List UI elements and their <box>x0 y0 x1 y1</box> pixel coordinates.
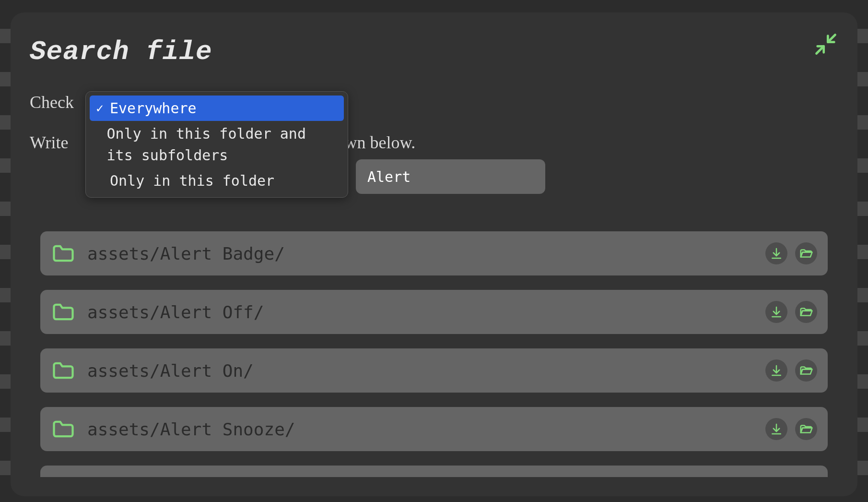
folder-open-icon <box>799 305 813 319</box>
modal-header: Search file <box>30 32 838 67</box>
dropdown-option-folder-subfolders[interactable]: Only in this folder and its subfolders <box>90 121 344 168</box>
folder-icon <box>51 241 76 266</box>
folder-icon <box>51 417 76 442</box>
result-row[interactable]: assets/Alert Snooze/ <box>40 407 828 451</box>
folder-open-icon <box>799 246 813 261</box>
dropdown-option-everywhere[interactable]: ✓ Everywhere <box>90 96 344 121</box>
open-folder-button[interactable] <box>795 242 817 264</box>
row-actions <box>765 418 817 440</box>
dropdown-option-folder-only[interactable]: Only in this folder <box>90 168 344 193</box>
results-list: assets/Alert Badge/ <box>40 231 828 496</box>
open-folder-button[interactable] <box>795 359 817 382</box>
folder-open-icon <box>799 363 813 378</box>
filename-instruction-prefix: Write <box>30 133 69 152</box>
scope-instruction-prefix: Check <box>30 93 74 112</box>
folder-icon <box>51 299 76 324</box>
row-actions <box>765 359 817 382</box>
download-button[interactable] <box>765 418 787 440</box>
folder-open-icon <box>799 422 813 436</box>
open-folder-button[interactable] <box>795 301 817 323</box>
dropdown-option-label: Everywhere <box>110 97 197 119</box>
search-input-wrap <box>356 159 545 194</box>
result-row[interactable]: assets/Alert Off/ <box>40 290 828 334</box>
result-row[interactable]: assets/Alert Badge/ <box>40 231 828 275</box>
result-path: assets/Alert Badge/ <box>87 244 765 263</box>
scope-dropdown[interactable]: ✓ Everywhere Only in this folder and its… <box>85 91 348 198</box>
result-path: assets/Alert On/ <box>87 361 765 381</box>
download-icon <box>769 305 784 319</box>
dropdown-option-label: Only in this folder <box>110 170 274 191</box>
result-row-partial[interactable] <box>40 466 828 477</box>
open-folder-button[interactable] <box>795 418 817 440</box>
row-actions <box>765 242 817 264</box>
download-icon <box>769 422 784 436</box>
download-button[interactable] <box>765 359 787 382</box>
dropdown-option-label: Only in this folder and its subfolders <box>107 123 339 166</box>
check-icon: ✓ <box>94 99 105 118</box>
minimize-icon[interactable] <box>813 32 838 57</box>
result-path: assets/Alert Off/ <box>87 302 765 322</box>
modal-title: Search file <box>30 36 212 67</box>
search-input[interactable] <box>356 159 545 194</box>
download-button[interactable] <box>765 242 787 264</box>
result-path: assets/Alert Snooze/ <box>87 419 765 439</box>
search-file-modal: Search file Check Write xxxxxxxxxxxxxxxx… <box>11 12 857 496</box>
download-icon <box>769 246 784 261</box>
result-row[interactable]: assets/Alert On/ <box>40 348 828 393</box>
row-actions <box>765 301 817 323</box>
download-button[interactable] <box>765 301 787 323</box>
folder-icon <box>51 358 76 383</box>
download-icon <box>769 363 784 378</box>
